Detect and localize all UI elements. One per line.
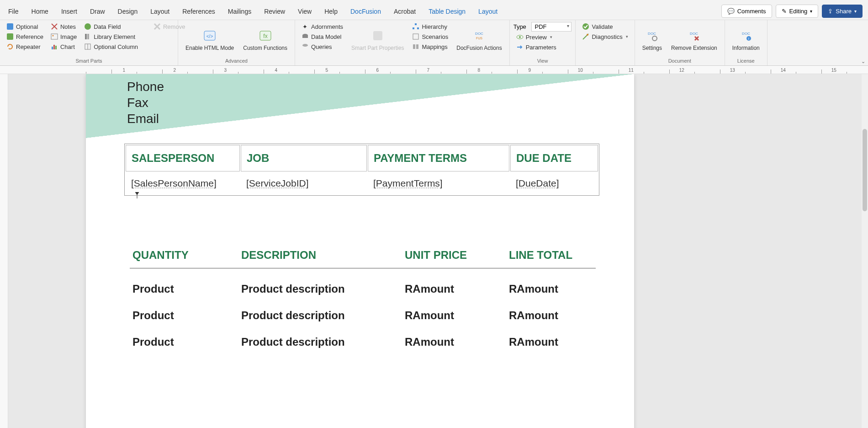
validate-button[interactable]: Validate xyxy=(579,22,630,31)
diagnostics-icon xyxy=(582,33,589,40)
menu-references[interactable]: References xyxy=(176,4,222,19)
datamodel-icon xyxy=(302,33,309,40)
settings-icon: DOC xyxy=(645,28,659,43)
svg-rect-9 xyxy=(87,34,89,39)
header-phone[interactable]: Phone xyxy=(127,79,164,95)
chevron-down-icon: ▾ xyxy=(810,9,812,14)
info-th-salesperson[interactable]: SALESPERSON xyxy=(126,145,240,171)
share-button[interactable]: ⇪Share▾ xyxy=(822,5,863,18)
items-th-unitprice[interactable]: UNIT PRICE xyxy=(403,244,506,267)
info-td-duedate[interactable]: [DueDate] xyxy=(510,172,598,194)
ribbon-collapse-button[interactable]: ⌄ xyxy=(861,59,865,64)
queries-button[interactable]: Queries xyxy=(299,42,346,51)
notes-button[interactable]: Notes xyxy=(48,22,79,31)
datafield-icon xyxy=(84,23,91,30)
menu-layout-contextual[interactable]: Layout xyxy=(472,4,504,19)
remove-extension-button[interactable]: DOC Remove Extension xyxy=(667,22,721,58)
parameters-button[interactable]: Parameters xyxy=(513,43,572,52)
optional-button[interactable]: Optional xyxy=(4,22,46,31)
horizontal-ruler[interactable]: 123456789101112131415161718 xyxy=(0,66,868,74)
menu-view[interactable]: View xyxy=(291,4,318,19)
image-button[interactable]: Image xyxy=(48,32,79,41)
scenarios-button[interactable]: Scenarios xyxy=(409,32,451,41)
svg-point-3 xyxy=(52,35,53,37)
menu-draw[interactable]: Draw xyxy=(84,4,111,19)
menu-file[interactable]: File xyxy=(2,4,25,19)
header-email[interactable]: Email xyxy=(127,111,164,127)
info-table[interactable]: SALESPERSON JOB PAYMENT TERMS DUE DATE [… xyxy=(124,144,599,196)
menu-mailings[interactable]: Mailings xyxy=(222,4,258,19)
scrollbar-thumb[interactable] xyxy=(863,129,867,211)
libraryelement-button[interactable]: Library Element xyxy=(81,32,141,41)
info-td-salesperson[interactable]: [SalesPersonName] xyxy=(126,172,240,194)
header-fax[interactable]: Fax xyxy=(127,95,164,111)
svg-rect-19 xyxy=(373,31,382,40)
items-rows-table[interactable]: ProductProduct descriptionRAmountRAmount… xyxy=(130,275,596,356)
svg-rect-20 xyxy=(415,23,417,25)
docfusion-actions-button[interactable]: DOCFUS DocFusion Actions xyxy=(453,22,505,58)
menu-design[interactable]: Design xyxy=(111,4,144,19)
items-header-table[interactable]: QUANTITY DESCRIPTION UNIT PRICE LINE TOT… xyxy=(130,243,596,268)
svg-point-33 xyxy=(652,36,657,41)
info-th-paymentterms[interactable]: PAYMENT TERMS xyxy=(368,145,509,171)
datamodel-button[interactable]: Data Model xyxy=(299,32,346,41)
items-th-linetotal[interactable]: LINE TOTAL xyxy=(507,244,595,267)
information-button[interactable]: DOCi Information xyxy=(729,22,763,58)
svg-text:DOC: DOC xyxy=(690,32,699,36)
table-row[interactable]: ProductProduct descriptionRAmountRAmount xyxy=(131,329,595,355)
mappings-button[interactable]: Mappings xyxy=(409,42,451,51)
remove-icon xyxy=(153,23,161,30)
info-td-job[interactable]: [ServiceJobID] xyxy=(241,172,367,194)
optional-icon xyxy=(6,23,14,30)
items-th-description[interactable]: DESCRIPTION xyxy=(239,244,402,267)
preview-button[interactable]: Preview▾ xyxy=(513,32,572,42)
chevron-down-icon: ▾ xyxy=(626,34,628,39)
custom-functions-button[interactable]: fx Custom Functions xyxy=(239,22,291,58)
menu-help[interactable]: Help xyxy=(318,4,344,19)
menu-acrobat[interactable]: Acrobat xyxy=(387,4,422,19)
docfusion-icon: DOCFUS xyxy=(472,28,487,43)
group-label-license: License xyxy=(729,58,763,64)
document-area[interactable]: Phone Fax Email SALESPERSON JOB PAYMENT … xyxy=(8,74,862,428)
svg-text:DOC: DOC xyxy=(742,32,750,36)
type-select[interactable]: PDF xyxy=(531,22,572,32)
hierarchy-icon xyxy=(412,23,419,30)
group-label-empty2 xyxy=(579,58,630,64)
menu-tabledesign[interactable]: Table Design xyxy=(422,4,472,19)
menu-review[interactable]: Review xyxy=(258,4,291,19)
comments-button[interactable]: 💬Comments xyxy=(721,5,772,18)
vertical-ruler[interactable] xyxy=(0,74,8,428)
menu-home[interactable]: Home xyxy=(25,4,55,19)
settings-button[interactable]: DOC Settings xyxy=(639,22,666,58)
menu-layout[interactable]: Layout xyxy=(144,4,176,19)
header-text-block[interactable]: Phone Fax Email xyxy=(127,79,164,127)
functions-icon: fx xyxy=(258,28,273,43)
svg-point-18 xyxy=(302,44,308,47)
info-th-job[interactable]: JOB xyxy=(241,145,367,171)
diagnostics-button[interactable]: Diagnostics▾ xyxy=(579,32,630,41)
datafield-button[interactable]: Data Field xyxy=(81,22,141,31)
vertical-scrollbar[interactable] xyxy=(862,74,868,428)
svg-text:i: i xyxy=(748,37,749,41)
svg-text:</>: </> xyxy=(206,34,213,39)
hierarchy-button[interactable]: Hierarchy xyxy=(409,22,451,31)
repeater-button[interactable]: Repeater xyxy=(4,42,46,51)
repeater-icon xyxy=(6,43,14,50)
editing-mode-button[interactable]: ✎Editing▾ xyxy=(776,5,819,18)
cursor-caret-icon xyxy=(135,192,140,198)
table-row[interactable]: ProductProduct descriptionRAmountRAmount xyxy=(131,303,595,328)
chart-button[interactable]: Chart xyxy=(48,42,79,51)
adornments-button[interactable]: ✦Adornments xyxy=(299,22,346,31)
info-td-paymentterms[interactable]: [PaymentTerms] xyxy=(368,172,509,194)
chevron-down-icon: ▾ xyxy=(854,9,857,14)
reference-button[interactable]: Reference xyxy=(4,32,46,41)
group-label-document: Document xyxy=(639,58,721,64)
table-row[interactable]: ProductProduct descriptionRAmountRAmount xyxy=(131,276,595,302)
items-th-quantity[interactable]: QUANTITY xyxy=(131,244,238,267)
info-th-duedate[interactable]: DUE DATE xyxy=(510,145,598,171)
menu-insert[interactable]: Insert xyxy=(55,4,84,19)
svg-rect-1 xyxy=(7,33,13,40)
menu-docfusion[interactable]: DocFusion xyxy=(344,4,387,19)
optionalcolumn-button[interactable]: Optional Column xyxy=(81,42,141,51)
enable-html-button[interactable]: </> Enable HTML Mode xyxy=(182,22,238,58)
